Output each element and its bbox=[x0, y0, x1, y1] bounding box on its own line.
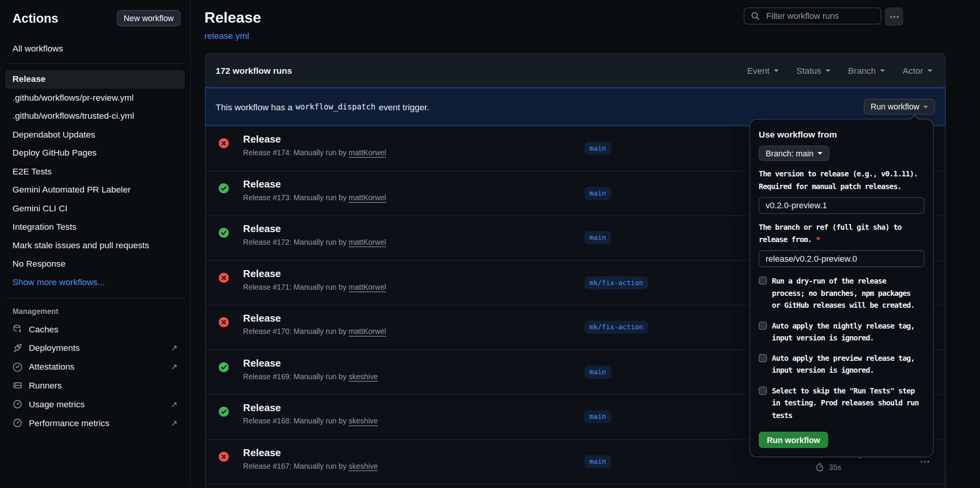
branch-badge[interactable]: mk/fix-action bbox=[584, 321, 648, 334]
actor-link[interactable]: mattKorwel bbox=[349, 327, 386, 336]
version-input-label: The version to release (e.g., v0.1.11). … bbox=[759, 168, 924, 193]
sidebar-item-e2e-tests[interactable]: E2E Tests bbox=[5, 163, 185, 181]
actions-sidebar: Actions New workflow All workflows Relea… bbox=[0, 0, 191, 488]
show-more-workflows-link[interactable]: Show more workflows... bbox=[5, 273, 185, 292]
filter-branch-dropdown[interactable]: Branch bbox=[848, 65, 885, 75]
ref-input[interactable] bbox=[759, 250, 924, 267]
workflow-file-link[interactable]: release.yml bbox=[204, 31, 980, 41]
filter-workflow-runs-field[interactable] bbox=[765, 11, 874, 22]
check-circle-fill-icon bbox=[219, 228, 229, 238]
sidebar-item-release[interactable]: Release bbox=[5, 70, 185, 88]
chevron-down-icon bbox=[826, 69, 831, 72]
sidebar-item-caches[interactable]: Caches bbox=[5, 320, 185, 339]
rocket-icon bbox=[13, 343, 23, 353]
github-actions-page: Actions New workflow All workflows Relea… bbox=[0, 0, 980, 488]
workflow-run-row bbox=[206, 484, 945, 488]
actor-link[interactable]: skeshive bbox=[349, 461, 378, 470]
chevron-down-icon bbox=[923, 105, 928, 108]
actor-link[interactable]: skeshive bbox=[349, 417, 378, 425]
sidebar-item-usage-metrics[interactable]: Usage metrics ↗ bbox=[5, 395, 185, 413]
sidebar-item-runners[interactable]: Runners bbox=[5, 376, 185, 395]
run-workflow-dropdown-button[interactable]: Run workflow bbox=[864, 99, 935, 115]
dry-run-checkbox-row: Run a dry-run of the release process; no… bbox=[759, 275, 924, 312]
ref-input-label: The branch or ref (full git sha) to rele… bbox=[759, 221, 924, 246]
nightly-tag-checkbox-label: Auto apply the nightly release tag, inpu… bbox=[772, 320, 920, 344]
sidebar-item-dependabot-updates[interactable]: Dependabot Updates bbox=[5, 125, 185, 144]
sidebar-divider bbox=[5, 298, 185, 299]
branch-badge[interactable]: main bbox=[584, 142, 611, 155]
preview-tag-checkbox-label: Auto apply the preview release tag, inpu… bbox=[772, 352, 920, 377]
branch-badge[interactable]: main bbox=[584, 187, 611, 200]
sidebar-item-pr-review[interactable]: .github/workflows/pr-review.yml bbox=[5, 88, 185, 107]
run-workflow-dispatch-panel: Use workflow from Branch: main The versi… bbox=[749, 119, 934, 457]
branch-badge[interactable]: main bbox=[584, 455, 611, 468]
stopwatch-icon bbox=[815, 462, 824, 471]
preview-tag-checkbox-row: Auto apply the preview release tag, inpu… bbox=[759, 352, 924, 377]
check-circle-fill-icon bbox=[219, 362, 229, 372]
use-workflow-from-label: Use workflow from bbox=[759, 129, 924, 139]
check-circle-fill-icon bbox=[219, 407, 229, 417]
meter-icon bbox=[13, 399, 23, 409]
filter-workflow-runs-input[interactable] bbox=[744, 8, 881, 25]
sidebar-item-gemini-pr-labeler[interactable]: Gemini Automated PR Labeler bbox=[5, 181, 185, 199]
nightly-tag-checkbox[interactable] bbox=[759, 321, 767, 329]
x-circle-fill-icon bbox=[219, 138, 229, 148]
actor-link[interactable]: mattKorwel bbox=[349, 238, 386, 247]
runs-filters: Event Status Branch Actor bbox=[747, 65, 935, 75]
skip-tests-checkbox[interactable] bbox=[759, 386, 767, 394]
check-circle-fill-icon bbox=[219, 183, 229, 193]
management-section-label: Management bbox=[13, 307, 190, 316]
sidebar-item-performance-metrics[interactable]: Performance metrics ↗ bbox=[5, 413, 185, 432]
sidebar-item-deployments[interactable]: Deployments ↗ bbox=[5, 339, 185, 357]
filter-status-dropdown[interactable]: Status bbox=[797, 65, 831, 75]
actor-link[interactable]: mattKorwel bbox=[349, 193, 386, 202]
new-workflow-button[interactable]: New workflow bbox=[117, 10, 180, 26]
branch-badge[interactable]: main bbox=[584, 410, 611, 423]
preview-tag-checkbox[interactable] bbox=[759, 354, 767, 362]
actor-link[interactable]: skeshive bbox=[349, 372, 378, 381]
branch-badge[interactable]: main bbox=[584, 231, 611, 244]
sidebar-item-deploy-github-pages[interactable]: Deploy GitHub Pages bbox=[5, 144, 185, 162]
verified-icon bbox=[13, 362, 23, 372]
main-content: Release release.yml 172 workflow runs Ev… bbox=[191, 0, 980, 488]
sidebar-item-no-response[interactable]: No Response bbox=[5, 255, 185, 273]
sidebar-item-mark-stale[interactable]: Mark stale issues and pull requests bbox=[5, 236, 185, 255]
filter-event-dropdown[interactable]: Event bbox=[747, 65, 779, 75]
run-duration: 35s bbox=[829, 463, 841, 471]
chevron-down-icon bbox=[817, 152, 822, 155]
nightly-tag-checkbox-row: Auto apply the nightly release tag, inpu… bbox=[759, 320, 924, 344]
external-link-icon: ↗ bbox=[171, 418, 178, 427]
search-icon bbox=[750, 11, 760, 20]
chevron-down-icon bbox=[774, 69, 779, 72]
kebab-horizontal-icon bbox=[889, 12, 899, 22]
workflow-options-kebab-button[interactable] bbox=[885, 8, 903, 26]
workflow-dispatch-code: workflow_dispatch bbox=[293, 102, 379, 111]
branch-badge[interactable]: main bbox=[584, 365, 611, 378]
skip-tests-checkbox-row: Select to skip the "Run Tests" step in t… bbox=[759, 385, 924, 422]
panel-notch bbox=[909, 115, 919, 120]
filter-actor-dropdown[interactable]: Actor bbox=[903, 65, 933, 75]
run-workflow-submit-button[interactable]: Run workflow bbox=[759, 432, 828, 448]
dry-run-checkbox[interactable] bbox=[759, 277, 767, 285]
server-icon bbox=[13, 380, 23, 390]
dry-run-checkbox-label: Run a dry-run of the release process; no… bbox=[772, 275, 920, 312]
chevron-down-icon bbox=[927, 69, 932, 72]
external-link-icon: ↗ bbox=[171, 343, 178, 352]
external-link-icon: ↗ bbox=[171, 362, 178, 371]
actor-link[interactable]: mattKorwel bbox=[349, 282, 386, 291]
chevron-down-icon bbox=[880, 69, 885, 72]
sidebar-item-all-workflows[interactable]: All workflows bbox=[5, 40, 185, 57]
required-asterisk: * bbox=[816, 235, 820, 244]
branch-badge[interactable]: mk/fix-action bbox=[584, 276, 648, 289]
version-input[interactable] bbox=[759, 197, 924, 214]
external-link-icon: ↗ bbox=[171, 400, 178, 409]
sidebar-item-integration-tests[interactable]: Integration Tests bbox=[5, 218, 185, 236]
branch-select-button[interactable]: Branch: main bbox=[759, 146, 829, 161]
meter-icon bbox=[13, 418, 23, 428]
sidebar-item-gemini-cli-ci[interactable]: Gemini CLI CI bbox=[5, 199, 185, 218]
sidebar-item-attestations[interactable]: Attestations ↗ bbox=[5, 357, 185, 376]
x-circle-fill-icon bbox=[219, 272, 229, 282]
sidebar-item-trusted-ci[interactable]: .github/workflows/trusted-ci.yml bbox=[5, 107, 185, 125]
cache-icon bbox=[13, 324, 23, 334]
actor-link[interactable]: mattKorwel bbox=[349, 148, 386, 157]
